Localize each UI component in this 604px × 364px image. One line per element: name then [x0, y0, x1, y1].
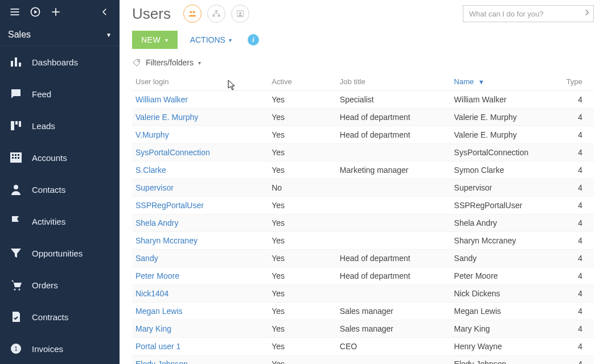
col-header-active[interactable]: Active [268, 73, 336, 91]
cell-name: Shela Andry [451, 214, 560, 232]
cell-name: Sharyn Mccraney [451, 232, 560, 250]
sidebar-item-label: Contracts [32, 312, 68, 322]
cell-active: Yes [268, 232, 336, 250]
cell-active: Yes [268, 303, 336, 320]
cell-login[interactable]: Nick1404 [132, 285, 268, 303]
cell-name: Supervisor [451, 179, 560, 197]
cell-job: CEO [336, 338, 451, 355]
svg-point-25 [190, 11, 192, 13]
sidebar: Sales ▼ Dashboards Feed Leads Accounts [0, 0, 120, 364]
sidebar-item-label: Invoices [32, 344, 63, 354]
cell-login[interactable]: SSPRegPortalUser [132, 197, 268, 214]
col-header-name[interactable]: Name ▼ [451, 73, 560, 91]
chevron-right-icon[interactable] [582, 8, 591, 19]
info-button[interactable]: i [248, 34, 259, 46]
invoices-icon: 1 [9, 342, 32, 355]
view-org-button[interactable] [207, 5, 225, 23]
new-button[interactable]: NEW ▾ [132, 31, 178, 49]
cell-login[interactable]: V.Murphy [132, 126, 268, 144]
cell-login[interactable]: Sharyn Mccraney [132, 232, 268, 250]
cell-name: Sandy [451, 250, 560, 267]
table-row[interactable]: SupervisorNoSupervisor4 [132, 179, 594, 197]
sidebar-item-opportunities[interactable]: Opportunities [0, 237, 120, 269]
svg-rect-11 [15, 121, 18, 125]
cell-login[interactable]: S.Clarke [132, 162, 268, 179]
users-table-wrap: User login Active Job title Name ▼ Type … [132, 73, 594, 364]
cell-login[interactable]: Elody Johnson [132, 355, 268, 365]
sidebar-item-label: Orders [32, 280, 58, 290]
play-circle-icon[interactable] [25, 2, 46, 22]
cell-login[interactable]: Mary King [132, 320, 268, 338]
view-roles-button[interactable] [231, 5, 249, 23]
table-row[interactable]: S.ClarkeYesMarketing managerSymon Clarke… [132, 162, 594, 179]
cell-login[interactable]: William Walker [132, 91, 268, 109]
search-input[interactable] [463, 5, 594, 22]
table-row[interactable]: Portal user 1YesCEOHenry Wayne4 [132, 338, 594, 355]
sidebar-item-orders[interactable]: Orders [0, 269, 120, 301]
cell-active: Yes [268, 109, 336, 126]
cell-type: 4 [559, 144, 594, 162]
filters-folders[interactable]: Filters/folders ▾ [132, 58, 594, 67]
caret-down-icon: ▾ [165, 37, 169, 43]
header-row: Users [132, 5, 594, 23]
menu-icon[interactable] [5, 2, 25, 22]
sidebar-item-label: Leads [32, 121, 55, 131]
sidebar-item-contracts[interactable]: Contracts [0, 301, 120, 333]
sidebar-item-label: Accounts [32, 153, 67, 163]
cell-job [336, 197, 451, 214]
cell-login[interactable]: Megan Lewis [132, 303, 268, 320]
table-row[interactable]: Valerie E. MurphyYesHead of departmentVa… [132, 109, 594, 126]
table-row[interactable]: Peter MooreYesHead of departmentPeter Mo… [132, 267, 594, 285]
table-row[interactable]: V.MurphyYesHead of departmentValerie E. … [132, 126, 594, 144]
cell-login[interactable]: Shela Andry [132, 214, 268, 232]
flag-icon [9, 214, 32, 228]
sidebar-item-activities[interactable]: Activities [0, 205, 120, 237]
cell-type: 4 [559, 285, 594, 303]
col-header-type[interactable]: Type [559, 73, 594, 91]
table-row[interactable]: Shela AndryYesShela Andry4 [132, 214, 594, 232]
table-row[interactable]: SSPRegPortalUserYesSSPRegPortalUser4 [132, 197, 594, 214]
main: Users NEW ▾ ACTIONS [120, 0, 604, 364]
sidebar-item-dashboards[interactable]: Dashboards [0, 46, 120, 78]
section-selector[interactable]: Sales ▼ [0, 24, 120, 46]
cell-login[interactable]: Valerie E. Murphy [132, 109, 268, 126]
table-row[interactable]: Nick1404YesNick Dickens4 [132, 285, 594, 303]
table-row[interactable]: Sharyn MccraneyYesSharyn Mccraney4 [132, 232, 594, 250]
cell-name: Nick Dickens [451, 285, 560, 303]
cell-active: Yes [268, 267, 336, 285]
sidebar-item-invoices[interactable]: 1 Invoices [0, 333, 120, 364]
cell-type: 4 [559, 162, 594, 179]
cell-name: Henry Wayne [451, 338, 560, 355]
table-row[interactable]: Mary KingYesSales managerMary King4 [132, 320, 594, 338]
cell-login[interactable]: Supervisor [132, 179, 268, 197]
table-row[interactable]: SysPortalConnectionYesSysPortalConnectio… [132, 144, 594, 162]
collapse-icon[interactable] [94, 2, 115, 22]
cell-active: Yes [268, 320, 336, 338]
plus-icon[interactable] [46, 2, 66, 22]
col-header-login[interactable]: User login [132, 73, 268, 91]
sidebar-item-feed[interactable]: Feed [0, 78, 120, 110]
col-header-job[interactable]: Job title [336, 73, 451, 91]
cell-name: Mary King [451, 320, 560, 338]
cell-job [336, 232, 451, 250]
cell-login[interactable]: Portal user 1 [132, 338, 268, 355]
svg-rect-29 [218, 15, 220, 16]
table-row[interactable]: William WalkerYesSpecialistWilliam Walke… [132, 91, 594, 109]
view-users-button[interactable] [183, 5, 202, 23]
contracts-icon [9, 310, 32, 324]
sidebar-item-contacts[interactable]: Contacts [0, 173, 120, 205]
table-row[interactable]: Megan LewisYesSales managerMegan Lewis4 [132, 303, 594, 320]
cell-login[interactable]: Sandy [132, 250, 268, 267]
actions-menu[interactable]: ACTIONS ▾ [190, 35, 232, 44]
svg-rect-14 [12, 154, 14, 156]
table-row[interactable]: SandyYesHead of departmentSandy4 [132, 250, 594, 267]
cell-job [336, 179, 451, 197]
sidebar-item-label: Activities [32, 217, 65, 226]
svg-point-21 [14, 289, 16, 291]
cell-login[interactable]: Peter Moore [132, 267, 268, 285]
action-row: NEW ▾ ACTIONS ▾ i [132, 31, 594, 49]
table-row[interactable]: Elody JohnsonYesElody Johnson4 [132, 355, 594, 365]
sidebar-item-accounts[interactable]: Accounts [0, 142, 120, 173]
sidebar-item-leads[interactable]: Leads [0, 110, 120, 142]
cell-login[interactable]: SysPortalConnection [132, 144, 268, 162]
